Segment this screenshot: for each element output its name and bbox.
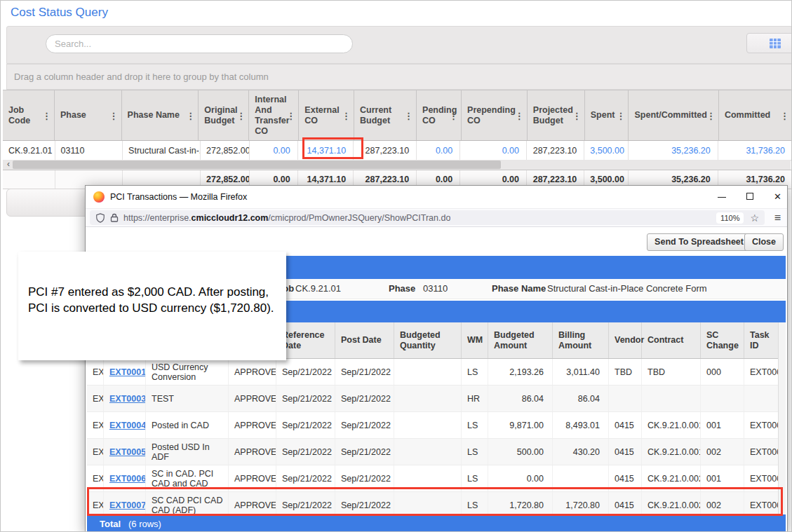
vertical-scrollbar[interactable] (778, 322, 786, 514)
scrollbar-thumb[interactable] (13, 161, 501, 169)
column-menu-icon[interactable]: ⋮ (780, 110, 789, 121)
grid-cell[interactable]: Structural Cast-in-... (123, 141, 201, 160)
browser-url-row: https://enterprise.cmiccloudr12.com/cmic… (86, 208, 787, 227)
maximize-icon (746, 193, 753, 200)
pci-link[interactable]: EXT0005 (109, 447, 146, 457)
annotation-callout: PCI #7 entered as $2,000 CAD. After post… (18, 252, 286, 360)
column-menu-icon[interactable]: ⋮ (572, 110, 582, 121)
group-by-drop-zone[interactable]: Drag a column header and drop it here to… (6, 64, 792, 90)
column-menu-icon[interactable]: ⋮ (42, 110, 51, 121)
grid-column-header[interactable]: Phase Name⋮ (122, 90, 199, 140)
scroll-left-arrow-icon[interactable]: ‹ (4, 160, 13, 170)
grid-cell[interactable]: 03110 (55, 141, 123, 160)
pci-row[interactable]: EXTEXT0004Posted in CADAPPROVEDSep/21/20… (87, 412, 779, 439)
bookmark-star-icon[interactable]: ☆ (750, 213, 759, 223)
pci-row[interactable]: EXTEXT0001USD Currency ConversionAPPROVE… (87, 359, 779, 386)
external-co-highlight-box (302, 137, 363, 159)
pci-cell: 430.20 (553, 439, 609, 465)
grid-cell[interactable]: 0.00 (417, 141, 460, 160)
pci-link[interactable]: EXT0001 (109, 367, 146, 377)
pci-column-header[interactable]: Budgeted Amount (488, 322, 553, 358)
address-bar[interactable]: https://enterprise.cmiccloudr12.com/cmic… (90, 210, 765, 225)
column-menu-icon[interactable]: ⋮ (109, 110, 119, 121)
pci-cell: USD Currency Conversion (146, 359, 229, 385)
column-label: Phase (60, 110, 86, 121)
pci-cell: TBD (642, 359, 701, 385)
pci-cell (744, 386, 779, 411)
grid-column-header[interactable]: Pending CO⋮ (417, 90, 462, 140)
window-title: PCI Transactions — Mozilla Firefox (110, 192, 247, 202)
close-window-button[interactable]: ✕ (768, 186, 788, 208)
maximize-button[interactable] (740, 186, 761, 208)
grid-table-icon (770, 39, 781, 48)
pci-row[interactable]: EXTEXT0005Posted USD In ADFAPPROVEDSep/2… (87, 439, 779, 465)
pci-cell: 9,871.00 (488, 412, 553, 438)
grid-column-header[interactable]: External CO⋮ (299, 90, 354, 140)
pci-cell: APPROVED (229, 412, 276, 438)
pci-column-header[interactable]: Billing Amount (553, 322, 609, 358)
grid-cell[interactable]: 272,852.00 (201, 141, 250, 160)
grid-cell[interactable]: 0.00 (250, 141, 298, 160)
pci-link[interactable]: EXT0004 (109, 421, 146, 430)
pci-cell (642, 386, 701, 411)
cost-status-query-page: Cost Status Query Drag a column header a… (0, 0, 792, 532)
page-title: Cost Status Query (11, 6, 108, 20)
column-menu-icon[interactable]: ⋮ (404, 110, 413, 121)
grid-column-header[interactable]: Spent⋮ (585, 90, 629, 140)
cost-status-grid: Job Code⋮Phase⋮Phase Name⋮Original Budge… (3, 90, 792, 161)
pci-cell: EXT0001 (104, 359, 146, 385)
pci-column-header[interactable]: Post Date (335, 322, 394, 358)
grid-column-header[interactable]: Prepending CO⋮ (462, 90, 528, 140)
column-chooser-button[interactable] (746, 33, 792, 53)
grid-column-header[interactable]: Phase⋮ (55, 90, 122, 140)
pci-cell: 2,193.26 (488, 359, 553, 385)
close-button[interactable]: Close (744, 233, 784, 251)
grid-column-header[interactable]: Internal And Transfer CO⋮ (249, 90, 299, 140)
horizontal-scrollbar[interactable]: ‹ (3, 160, 791, 170)
grid-column-header[interactable]: Committed⋮ (719, 90, 792, 140)
zoom-level-indicator[interactable]: 110% (716, 212, 744, 224)
grid-column-header[interactable]: Projected Budget⋮ (528, 90, 585, 140)
column-menu-icon[interactable]: ⋮ (286, 110, 295, 121)
grid-cell[interactable]: CK.9.21.01 (3, 141, 55, 160)
column-label: Job Code (8, 105, 43, 126)
grid-cell[interactable]: 287,223.10 (527, 141, 584, 160)
pci-column-header[interactable]: Task ID (744, 322, 779, 358)
search-input[interactable] (46, 34, 353, 53)
grid-cell[interactable]: 35,236.20 (629, 141, 718, 160)
pci-column-header[interactable]: Vendor (609, 322, 642, 358)
pci-cell: LS (462, 359, 488, 385)
pci-column-header[interactable]: Contract (642, 322, 701, 358)
minimize-button[interactable] (711, 186, 732, 208)
grid-cell[interactable]: 31,736.20 (718, 141, 792, 160)
column-label: Phase Name (128, 110, 180, 121)
grid-cell[interactable]: 0.00 (460, 141, 527, 160)
pci-cell: EXT0005 (744, 439, 779, 465)
column-menu-icon[interactable]: ⋮ (706, 110, 716, 121)
pci7-highlight-box (87, 487, 783, 516)
column-menu-icon[interactable]: ⋮ (449, 110, 458, 121)
column-menu-icon[interactable]: ⋮ (186, 110, 195, 121)
grid-column-header[interactable]: Spent/Committed⋮ (629, 90, 718, 140)
grid-cell[interactable]: 3,500.00 (584, 141, 629, 160)
send-to-spreadsheet-button[interactable]: Send To Spreadsheet (647, 233, 751, 251)
pci-cell: LS (462, 412, 488, 438)
column-menu-icon[interactable]: ⋮ (616, 110, 625, 121)
column-menu-icon[interactable]: ⋮ (515, 110, 524, 121)
pci-column-header[interactable]: WM (462, 322, 488, 358)
pci-column-header[interactable]: SC Change (701, 322, 744, 358)
pci-column-header[interactable]: Budgeted Quantity (394, 322, 462, 358)
pci-link[interactable]: EXT0006 (109, 474, 146, 484)
pci-row[interactable]: EXTEXT0003TESTAPPROVEDSep/21/2022Sep/21/… (87, 386, 779, 412)
phase-name-value: Structural Cast-in-Place Concrete Form (547, 279, 707, 299)
grid-column-header[interactable]: Current Budget⋮ (354, 90, 417, 140)
pci-link[interactable]: EXT0003 (109, 394, 146, 404)
menu-hamburger-icon[interactable]: ≡ (774, 212, 781, 224)
grid-column-header[interactable]: Job Code⋮ (3, 90, 55, 140)
grid-column-header[interactable]: Original Budget⋮ (199, 90, 249, 140)
pci-cell: EXT (87, 412, 104, 438)
pci-cell: APPROVED (229, 386, 276, 411)
window-titlebar[interactable]: PCI Transactions — Mozilla Firefox ✕ (86, 186, 787, 208)
column-menu-icon[interactable]: ⋮ (236, 110, 246, 121)
column-menu-icon[interactable]: ⋮ (342, 110, 351, 121)
